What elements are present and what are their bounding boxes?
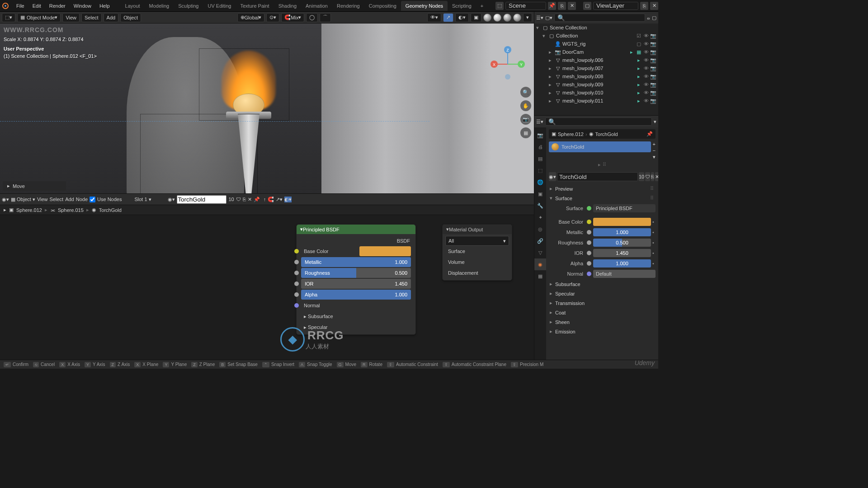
navigation-gizmo[interactable]: Z X Y bbox=[490, 46, 526, 82]
menu-help[interactable]: Help bbox=[96, 1, 113, 10]
panel-transmission[interactable]: ▸Transmission bbox=[549, 298, 656, 308]
material-slot-selector[interactable]: Slot 1 ▾ bbox=[134, 197, 166, 202]
menu-file[interactable]: File bbox=[13, 1, 28, 10]
viewlayer-new-icon[interactable]: ⎘ bbox=[640, 2, 648, 10]
perspective-toggle-icon[interactable]: ▦ bbox=[520, 127, 531, 138]
proportional-falloff-icon[interactable]: ⌒ bbox=[320, 13, 331, 22]
tab-sculpting[interactable]: Sculpting bbox=[174, 1, 203, 11]
new-material-icon[interactable]: ⎘ bbox=[651, 172, 654, 181]
scene-new-icon[interactable]: ⎘ bbox=[558, 2, 566, 10]
node-overlays-toggle-icon[interactable]: ◐▾ bbox=[284, 197, 292, 202]
input-alpha[interactable]: Alpha1.000 bbox=[299, 289, 413, 300]
tab-animation[interactable]: Animation bbox=[301, 1, 332, 11]
display-mode-icon[interactable]: ▢▾ bbox=[545, 15, 552, 21]
tree-row[interactable]: ▸▽mesh_lowpoly.008▸👁📷 bbox=[534, 72, 658, 80]
viewlayer-delete-icon[interactable]: ✕ bbox=[650, 2, 658, 10]
material-name-field[interactable] bbox=[557, 172, 638, 181]
group-subsurface[interactable]: ▸ Subsurface bbox=[299, 311, 413, 322]
metallic-row[interactable]: Metallic 1.000• bbox=[549, 227, 656, 237]
snap-toggle[interactable]: 🧲 Mix ▾ bbox=[281, 13, 304, 22]
tree-row[interactable]: ▸▽mesh_lowpoly.007▸👁📷 bbox=[534, 64, 658, 72]
mode-selector[interactable]: ▦Object Mode ▾ bbox=[17, 13, 61, 22]
tab-uv-editing[interactable]: UV Editing bbox=[203, 1, 236, 11]
node-view-menu[interactable]: View bbox=[37, 197, 48, 202]
proportional-edit-icon[interactable]: ◯ bbox=[306, 13, 318, 22]
tab-modifier-icon[interactable]: 🔧 bbox=[534, 200, 546, 211]
tab-texture-paint[interactable]: Texture Paint bbox=[236, 1, 274, 11]
material-unlink-icon[interactable]: ✕ bbox=[248, 197, 252, 202]
input-ior[interactable]: IOR1.450 bbox=[299, 278, 413, 289]
material-users-button[interactable]: 10 bbox=[639, 172, 644, 181]
slot-drag-handle[interactable]: ▸ ⠿ bbox=[549, 160, 656, 169]
tab-texture-icon[interactable]: ▦ bbox=[534, 270, 546, 282]
material-name-input[interactable] bbox=[177, 195, 226, 204]
panel-coat[interactable]: ▸Coat bbox=[549, 308, 656, 317]
roughness-row[interactable]: Roughness 0.500• bbox=[549, 238, 656, 248]
tab-shading[interactable]: Shading bbox=[274, 1, 301, 11]
outliner-type-icon[interactable]: ☰▾ bbox=[536, 15, 543, 21]
scene-browse-icon[interactable]: ⬚ bbox=[495, 2, 504, 10]
slot-menu-button[interactable]: ▾ bbox=[653, 154, 656, 160]
input-metallic[interactable]: Metallic1.000 bbox=[299, 257, 413, 267]
node-material-output[interactable]: ▾ Material Output All▾ Surface Volume bbox=[442, 224, 512, 281]
node-snap-icon[interactable]: 🧲 bbox=[268, 197, 274, 202]
menu-render[interactable]: Render bbox=[46, 1, 69, 10]
add-menu[interactable]: Add bbox=[104, 13, 119, 22]
tab-particles-icon[interactable]: ✦ bbox=[534, 211, 546, 223]
material-fake-user-icon[interactable]: 🛡 bbox=[236, 197, 241, 202]
props-search-input[interactable] bbox=[545, 117, 652, 126]
panel-emission[interactable]: ▸Emission bbox=[549, 327, 656, 336]
material-pin-icon[interactable]: 📌 bbox=[254, 197, 260, 202]
material-new-icon[interactable]: ⎘ bbox=[243, 197, 246, 202]
base-color-swatch[interactable] bbox=[359, 246, 411, 256]
tree-row[interactable]: ▸▽mesh_lowpoly.010▸👁📷 bbox=[534, 89, 658, 97]
node-data-type-icon[interactable]: ▦ Object ▾ bbox=[11, 197, 35, 202]
tree-row[interactable]: ▸📷DoorCam▸▦👁📷 bbox=[534, 48, 658, 56]
surface-shader-row[interactable]: Surface Principled BSDF bbox=[549, 203, 656, 213]
tab-render-icon[interactable]: 📷 bbox=[534, 129, 546, 141]
editor-type-icon[interactable]: ⬚▾ bbox=[2, 13, 15, 22]
shading-rendered-icon[interactable] bbox=[513, 14, 521, 22]
tree-row[interactable]: ▸▽mesh_lowpoly.006▸👁📷 bbox=[534, 56, 658, 64]
tree-row-collection[interactable]: ▾▢Collection ☑👁📷 bbox=[534, 32, 658, 40]
view-menu[interactable]: View bbox=[62, 13, 80, 22]
scene-delete-icon[interactable]: ✕ bbox=[568, 2, 576, 10]
tree-row[interactable]: 👤WGTS_rig▢👁📷 bbox=[534, 40, 658, 48]
props-type-icon[interactable]: ☰▾ bbox=[536, 119, 543, 125]
props-options-icon[interactable]: ▾ bbox=[654, 119, 656, 125]
ior-row[interactable]: IOR 1.450• bbox=[549, 248, 656, 258]
tab-geometry-nodes[interactable]: Geometry Nodes bbox=[401, 1, 448, 11]
tab-output-icon[interactable]: 🖨 bbox=[534, 141, 546, 153]
breadcrumb-item[interactable]: Sphere.015 bbox=[58, 207, 84, 213]
outliner-search-input[interactable] bbox=[554, 14, 645, 22]
node-node-menu[interactable]: Node bbox=[76, 197, 88, 202]
tree-row[interactable]: ▸▽mesh_lowpoly.011▸👁📷 bbox=[534, 97, 658, 105]
material-browse-icon[interactable]: ◉▾ bbox=[549, 172, 556, 181]
tab-compositing[interactable]: Compositing bbox=[364, 1, 401, 11]
tab-data-icon[interactable]: ▽ bbox=[534, 247, 546, 258]
zoom-icon[interactable]: 🔍 bbox=[520, 87, 531, 98]
use-nodes-checkbox[interactable]: Use Nodes bbox=[90, 197, 122, 202]
node-add-menu[interactable]: Add bbox=[65, 197, 74, 202]
add-slot-button[interactable]: + bbox=[653, 141, 656, 147]
scene-name-input[interactable] bbox=[505, 2, 546, 10]
menu-window[interactable]: Window bbox=[70, 1, 95, 10]
xray-icon[interactable]: ▣ bbox=[471, 13, 481, 22]
input-socket-volume[interactable]: Volume bbox=[445, 257, 509, 267]
input-base-color[interactable]: Base Color bbox=[299, 246, 413, 257]
tab-rendering[interactable]: Rendering bbox=[332, 1, 364, 11]
3d-viewport[interactable]: WWW.RRCG.COM Scale X: 0.8874 Y: 0.8874 Z… bbox=[0, 23, 534, 193]
tab-world-icon[interactable]: 🌐 bbox=[534, 176, 546, 188]
tab-material-icon[interactable]: ◉ bbox=[534, 258, 546, 270]
tab-viewlayer-icon[interactable]: ▤ bbox=[534, 153, 546, 164]
orientation-selector[interactable]: ⊕ Global ▾ bbox=[237, 13, 265, 22]
material-browse-icon[interactable]: ◉▾ bbox=[168, 197, 175, 202]
material-slot[interactable]: TorchGold bbox=[549, 141, 651, 152]
node-header[interactable]: ▾ Principled BSDF bbox=[297, 225, 415, 234]
last-operator-panel[interactable]: ▸ Move bbox=[3, 181, 66, 191]
node-parent-icon[interactable]: ↑ bbox=[264, 197, 266, 202]
panel-sheen[interactable]: ▸Sheen bbox=[549, 317, 656, 327]
input-socket-surface[interactable]: Surface bbox=[445, 246, 509, 257]
node-header[interactable]: ▾ Material Output bbox=[443, 225, 512, 234]
panel-subsurface[interactable]: ▸Subsurface bbox=[549, 279, 656, 289]
